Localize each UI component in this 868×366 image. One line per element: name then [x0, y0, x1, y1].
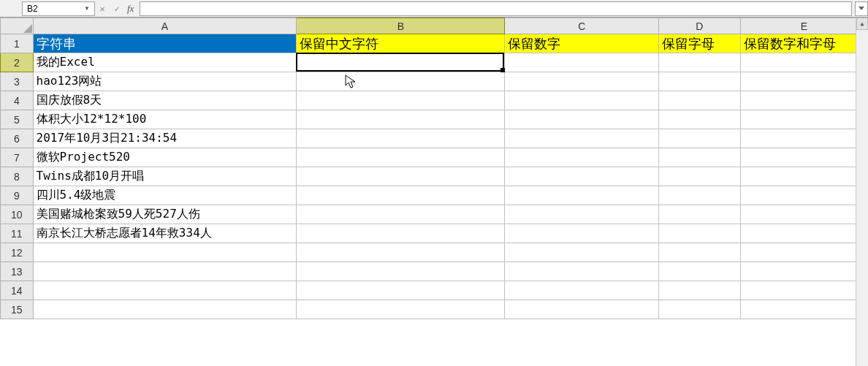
row-header-4[interactable]: 4: [1, 91, 34, 110]
vertical-scrollbar[interactable]: ▲: [856, 18, 868, 319]
cell-E4[interactable]: [740, 91, 867, 110]
cell-A14[interactable]: [33, 281, 297, 300]
fx-icon[interactable]: fx: [127, 3, 134, 15]
cell-E12[interactable]: [740, 243, 867, 262]
cell-A12[interactable]: [33, 243, 297, 262]
row-header-2[interactable]: 2: [1, 53, 34, 72]
row-header-5[interactable]: 5: [1, 110, 34, 129]
column-header-A[interactable]: A: [33, 18, 297, 34]
cell-E7[interactable]: [740, 148, 867, 167]
row-header-9[interactable]: 9: [1, 186, 34, 205]
cell-B7[interactable]: [297, 148, 505, 167]
cell-C2[interactable]: [505, 53, 659, 72]
row-header-13[interactable]: 13: [1, 262, 34, 281]
row-header-10[interactable]: 10: [1, 205, 34, 224]
cell-B9[interactable]: [297, 186, 505, 205]
cell-E11[interactable]: [740, 224, 867, 243]
cell-B6[interactable]: [297, 129, 505, 148]
cell-E13[interactable]: [740, 262, 867, 281]
cell-D11[interactable]: [659, 224, 741, 243]
cell-B10[interactable]: [297, 205, 505, 224]
cell-D3[interactable]: [659, 72, 741, 91]
cell-C10[interactable]: [505, 205, 659, 224]
cell-B2[interactable]: [297, 53, 505, 72]
cell-A2[interactable]: 我的Excel: [33, 53, 297, 72]
formula-input[interactable]: [140, 1, 852, 16]
scroll-up-icon[interactable]: ▲: [856, 18, 868, 30]
cell-A11[interactable]: 南京长江大桥志愿者14年救334人: [33, 224, 297, 243]
cell-C4[interactable]: [505, 91, 659, 110]
cell-D13[interactable]: [659, 262, 741, 281]
cell-D2[interactable]: [659, 53, 741, 72]
cell-C6[interactable]: [505, 129, 659, 148]
column-header-D[interactable]: D: [659, 18, 741, 34]
cell-A9[interactable]: 四川5.4级地震: [33, 186, 297, 205]
cell-D1[interactable]: 保留字母: [659, 34, 741, 53]
column-header-E[interactable]: E: [740, 18, 867, 34]
cell-B3[interactable]: [297, 72, 505, 91]
column-header-B[interactable]: B: [297, 18, 505, 34]
row-header-7[interactable]: 7: [1, 148, 34, 167]
cell-E9[interactable]: [740, 186, 867, 205]
row-header-11[interactable]: 11: [1, 224, 34, 243]
cell-B14[interactable]: [297, 281, 505, 300]
cell-E3[interactable]: [740, 72, 867, 91]
cell-E5[interactable]: [740, 110, 867, 129]
cell-E15[interactable]: [740, 300, 867, 319]
cell-B12[interactable]: [297, 243, 505, 262]
cell-A8[interactable]: Twins成都10月开唱: [33, 167, 297, 186]
cell-E8[interactable]: [740, 167, 867, 186]
cell-C9[interactable]: [505, 186, 659, 205]
cell-A7[interactable]: 微软Project520: [33, 148, 297, 167]
cell-C5[interactable]: [505, 110, 659, 129]
cell-C13[interactable]: [505, 262, 659, 281]
cell-B13[interactable]: [297, 262, 505, 281]
cell-C11[interactable]: [505, 224, 659, 243]
cell-C14[interactable]: [505, 281, 659, 300]
cell-B1[interactable]: 保留中文字符: [297, 34, 505, 53]
row-header-12[interactable]: 12: [1, 243, 34, 262]
cell-D6[interactable]: [659, 129, 741, 148]
cell-A15[interactable]: [33, 300, 297, 319]
cell-D7[interactable]: [659, 148, 741, 167]
cell-A13[interactable]: [33, 262, 297, 281]
column-header-C[interactable]: C: [505, 18, 659, 34]
row-header-14[interactable]: 14: [1, 281, 34, 300]
cell-C3[interactable]: [505, 72, 659, 91]
cell-D9[interactable]: [659, 186, 741, 205]
dropdown-icon[interactable]: ▼: [84, 5, 90, 12]
row-header-8[interactable]: 8: [1, 167, 34, 186]
cell-E10[interactable]: [740, 205, 867, 224]
cell-D8[interactable]: [659, 167, 741, 186]
cell-A1[interactable]: 字符串: [33, 34, 297, 53]
cell-A10[interactable]: 美国赌城枪案致59人死527人伤: [33, 205, 297, 224]
cell-A3[interactable]: hao123网站: [33, 72, 297, 91]
cell-C1[interactable]: 保留数字: [505, 34, 659, 53]
cell-A6[interactable]: 2017年10月3日21:34:54: [33, 129, 297, 148]
cell-C15[interactable]: [505, 300, 659, 319]
cell-C7[interactable]: [505, 148, 659, 167]
cell-C8[interactable]: [505, 167, 659, 186]
cell-B4[interactable]: [297, 91, 505, 110]
cell-B5[interactable]: [297, 110, 505, 129]
row-header-1[interactable]: 1: [1, 34, 34, 53]
cell-A5[interactable]: 体积大小12*12*100: [33, 110, 297, 129]
cell-E2[interactable]: [740, 53, 867, 72]
cell-D12[interactable]: [659, 243, 741, 262]
cell-C12[interactable]: [505, 243, 659, 262]
row-header-6[interactable]: 6: [1, 129, 34, 148]
cell-E6[interactable]: [740, 129, 867, 148]
expand-formula-icon[interactable]: [855, 1, 868, 16]
cell-B11[interactable]: [297, 224, 505, 243]
cell-B15[interactable]: [297, 300, 505, 319]
row-header-3[interactable]: 3: [1, 72, 34, 91]
cell-D15[interactable]: [659, 300, 741, 319]
row-header-15[interactable]: 15: [1, 300, 34, 319]
cell-D5[interactable]: [659, 110, 741, 129]
cell-E14[interactable]: [740, 281, 867, 300]
cell-D10[interactable]: [659, 205, 741, 224]
select-all-corner[interactable]: [1, 18, 34, 34]
cell-E1[interactable]: 保留数字和字母: [740, 34, 867, 53]
cell-D14[interactable]: [659, 281, 741, 300]
name-box[interactable]: B2 ▼: [22, 1, 95, 16]
